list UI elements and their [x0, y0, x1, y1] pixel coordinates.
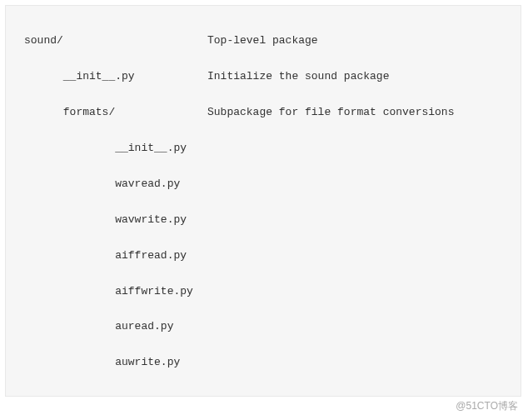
- file-aiffwrite: aiffwrite.py: [115, 285, 193, 298]
- watermark-text: @51CTO博客: [456, 398, 518, 415]
- comment-formats: Subpackage for file format conversions: [207, 103, 454, 121]
- file-init: __init__.py: [63, 70, 135, 82]
- file-formats-init: __init__.py: [115, 142, 187, 154]
- file-wavwrite: wavwrite.py: [115, 213, 187, 226]
- file-auwrite: auwrite.py: [115, 356, 180, 368]
- file-aiffread: aiffread.py: [115, 249, 187, 262]
- file-wavread: wavread.py: [115, 178, 180, 190]
- comment-root: Top-level package: [207, 32, 318, 49]
- code-block: sound/Top-level package __init__.pyIniti…: [5, 5, 521, 397]
- comment-init: Initialize the sound package: [207, 68, 389, 85]
- file-auread: auread.py: [115, 320, 173, 332]
- dir-formats: formats/: [63, 106, 115, 118]
- dir-root: sound/: [24, 34, 63, 47]
